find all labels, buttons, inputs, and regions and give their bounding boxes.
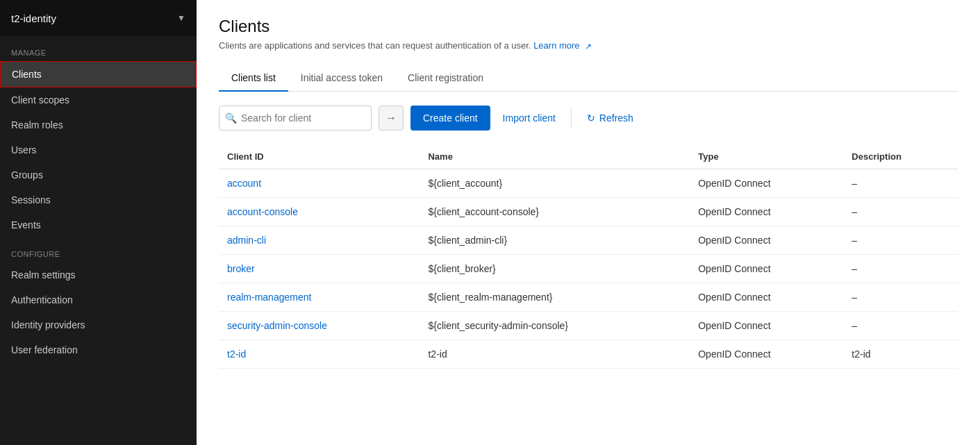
refresh-icon: ↻ (587, 112, 595, 124)
cell-type: OpenID Connect (690, 197, 843, 226)
cell-description: – (843, 283, 958, 311)
table-body: account ${client_account} OpenID Connect… (219, 169, 958, 368)
col-header-type: Type (690, 144, 843, 169)
sidebar-item-events[interactable]: Events (0, 212, 197, 237)
cell-type: OpenID Connect (690, 254, 843, 283)
col-header-client-id: Client ID (219, 144, 420, 169)
sidebar-manage-section: Manage Clients Client scopes Realm roles… (0, 36, 197, 237)
cell-description: – (843, 226, 958, 254)
client-id-link[interactable]: t2-id (227, 349, 246, 360)
table-row: security-admin-console ${client_security… (219, 311, 958, 339)
col-header-description: Description (843, 144, 958, 169)
client-id-link[interactable]: admin-cli (227, 235, 266, 246)
page-title: Clients (219, 17, 958, 36)
table-row: realm-management ${client_realm-manageme… (219, 283, 958, 311)
cell-name: ${client_admin-cli} (420, 226, 690, 254)
tab-client-registration[interactable]: Client registration (395, 65, 496, 92)
sidebar-item-groups[interactable]: Groups (0, 162, 197, 187)
sidebar-item-user-federation[interactable]: User federation (0, 337, 197, 362)
sidebar-item-label-user-federation: User federation (11, 344, 78, 355)
realm-selector[interactable]: t2-identity ▼ (0, 0, 197, 36)
sidebar: t2-identity ▼ Manage Clients Client scop… (0, 0, 197, 445)
table-row: account-console ${client_account-console… (219, 197, 958, 226)
cell-name: ${client_security-admin-console} (420, 311, 690, 339)
sidebar-item-label-realm-roles: Realm roles (11, 119, 63, 131)
client-id-link[interactable]: account (227, 178, 261, 189)
realm-name: t2-identity (11, 12, 56, 24)
page-subtitle-text: Clients are applications and services th… (219, 40, 531, 51)
cell-name: ${client_broker} (420, 254, 690, 283)
sidebar-configure-section: Configure Realm settings Authentication … (0, 237, 197, 362)
sidebar-item-label-groups: Groups (11, 169, 43, 180)
cell-client-id: broker (219, 254, 420, 283)
toolbar: 🔍 → Create client Import client ↻ Refres… (219, 106, 958, 131)
table-row: broker ${client_broker} OpenID Connect – (219, 254, 958, 283)
sidebar-item-clients[interactable]: Clients (0, 61, 197, 87)
cell-name: ${client_account} (420, 169, 690, 197)
sidebar-item-authentication[interactable]: Authentication (0, 287, 197, 312)
sidebar-item-client-scopes[interactable]: Client scopes (0, 87, 197, 112)
cell-client-id: account (219, 169, 420, 197)
client-id-link[interactable]: broker (227, 263, 255, 274)
sidebar-item-label-users: Users (11, 144, 37, 156)
client-id-link[interactable]: security-admin-console (227, 320, 327, 331)
sidebar-section-label-configure: Configure (0, 237, 197, 262)
search-wrapper: 🔍 (219, 106, 372, 131)
cell-description: – (843, 197, 958, 226)
cell-type: OpenID Connect (690, 226, 843, 254)
col-header-name: Name (420, 144, 690, 169)
table-row: account ${client_account} OpenID Connect… (219, 169, 958, 197)
cell-client-id: t2-id (219, 339, 420, 368)
sidebar-item-realm-settings[interactable]: Realm settings (0, 262, 197, 287)
sidebar-item-label-client-scopes: Client scopes (11, 94, 69, 106)
sidebar-item-realm-roles[interactable]: Realm roles (0, 112, 197, 137)
toolbar-divider (571, 108, 572, 128)
cell-client-id: admin-cli (219, 226, 420, 254)
sidebar-item-users[interactable]: Users (0, 137, 197, 162)
tabs-bar: Clients list Initial access token Client… (219, 65, 958, 92)
client-id-link[interactable]: realm-management (227, 292, 311, 303)
import-client-button[interactable]: Import client (497, 106, 561, 131)
sidebar-item-label-identity-providers: Identity providers (11, 319, 85, 330)
clients-table: Client ID Name Type Description account … (219, 144, 958, 369)
external-link-icon: ↗ (585, 42, 592, 51)
sidebar-section-label-manage: Manage (0, 36, 197, 61)
sidebar-item-label-realm-settings: Realm settings (11, 269, 76, 280)
cell-type: OpenID Connect (690, 169, 843, 197)
cell-name: ${client_account-console} (420, 197, 690, 226)
create-client-button[interactable]: Create client (410, 106, 490, 131)
cell-description: t2-id (843, 339, 958, 368)
table-row: admin-cli ${client_admin-cli} OpenID Con… (219, 226, 958, 254)
tab-initial-access-token[interactable]: Initial access token (288, 65, 395, 92)
cell-name: ${client_realm-management} (420, 283, 690, 311)
page-subtitle: Clients are applications and services th… (219, 40, 958, 51)
sidebar-item-label-clients: Clients (12, 69, 42, 80)
cell-type: OpenID Connect (690, 283, 843, 311)
search-input[interactable] (241, 112, 365, 124)
sidebar-item-label-authentication: Authentication (11, 294, 73, 305)
cell-description: – (843, 311, 958, 339)
chevron-down-icon: ▼ (177, 13, 185, 23)
refresh-button[interactable]: ↻ Refresh (581, 106, 639, 131)
cell-description: – (843, 254, 958, 283)
search-icon: 🔍 (225, 112, 237, 124)
cell-type: OpenID Connect (690, 339, 843, 368)
main-content: Clients Clients are applications and ser… (197, 0, 980, 445)
learn-more-link[interactable]: Learn more ↗ (533, 40, 592, 51)
sidebar-item-sessions[interactable]: Sessions (0, 187, 197, 212)
sidebar-item-identity-providers[interactable]: Identity providers (0, 312, 197, 337)
client-id-link[interactable]: account-console (227, 206, 298, 217)
table-row: t2-id t2-id OpenID Connect t2-id (219, 339, 958, 368)
cell-name: t2-id (420, 339, 690, 368)
cell-client-id: account-console (219, 197, 420, 226)
cell-client-id: realm-management (219, 283, 420, 311)
sidebar-item-label-events: Events (11, 219, 41, 230)
table-header: Client ID Name Type Description (219, 144, 958, 169)
tab-clients-list[interactable]: Clients list (219, 65, 288, 92)
cell-type: OpenID Connect (690, 311, 843, 339)
cell-description: – (843, 169, 958, 197)
search-submit-button[interactable]: → (379, 106, 404, 131)
sidebar-item-label-sessions: Sessions (11, 194, 51, 205)
cell-client-id: security-admin-console (219, 311, 420, 339)
